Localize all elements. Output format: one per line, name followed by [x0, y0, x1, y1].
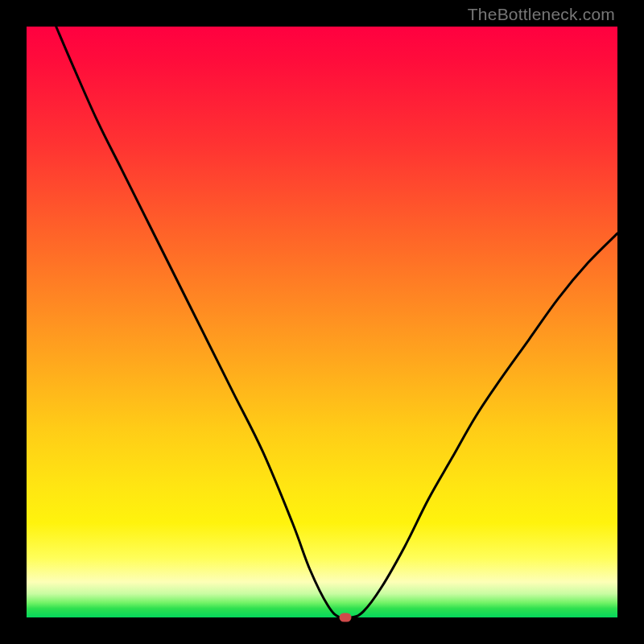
bottleneck-curve: [27, 27, 617, 617]
watermark-text: TheBottleneck.com: [468, 5, 615, 24]
chart-frame: TheBottleneck.com: [0, 0, 644, 644]
plot-area: [27, 27, 617, 617]
optimum-marker: [340, 613, 352, 622]
